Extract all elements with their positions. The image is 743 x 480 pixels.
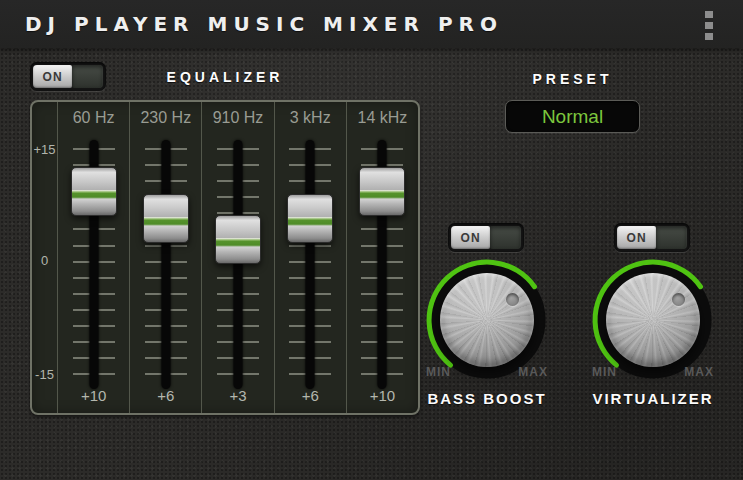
scale-label-bottom: -15 — [32, 367, 57, 382]
eq-slider[interactable] — [202, 138, 273, 392]
band-freq-label: 3 kHz — [275, 109, 346, 127]
knob-indicator-dot — [672, 293, 685, 306]
app-title: DJ PLAYER MUSIC MIXER PRO — [25, 0, 503, 48]
eq-slider-thumb[interactable] — [143, 194, 189, 243]
eq-band-60hz: 60 Hz +10 — [57, 102, 129, 413]
equalizer-section-label: EQUALIZER — [30, 69, 420, 85]
bass-boost-knob[interactable]: MIN MAX — [422, 255, 552, 385]
eq-slider[interactable] — [130, 138, 201, 392]
band-gain-label: +3 — [202, 387, 273, 404]
preset-dropdown[interactable]: Normal — [505, 100, 640, 133]
scale-label-mid: 0 — [32, 253, 57, 268]
eq-slider[interactable] — [275, 138, 346, 392]
app-screen: DJ PLAYER MUSIC MIXER PRO ON EQUALIZER P… — [0, 0, 743, 480]
band-freq-label: 14 kHz — [347, 109, 418, 127]
min-label: MIN — [592, 365, 617, 379]
equalizer-panel: +15 0 -15 60 Hz +10 230 Hz +6 910 Hz — [30, 100, 420, 415]
overflow-menu-icon[interactable] — [700, 9, 718, 41]
band-gain-label: +6 — [130, 387, 201, 404]
eq-scale-column: +15 0 -15 — [32, 102, 57, 413]
band-gain-label: +10 — [58, 387, 129, 404]
knob-indicator-dot — [506, 293, 519, 306]
bass-boost-dial[interactable] — [440, 273, 534, 367]
eq-slider-thumb[interactable] — [287, 194, 333, 243]
eq-slider-thumb[interactable] — [359, 167, 405, 216]
max-label: MAX — [684, 365, 714, 379]
preset-section-label: PRESET — [505, 71, 640, 87]
virtualizer-on-toggle[interactable]: ON — [614, 223, 690, 252]
virtualizer-label: VIRTUALIZER — [568, 390, 738, 407]
eq-band-230hz: 230 Hz +6 — [129, 102, 201, 413]
toggle-track — [656, 226, 687, 249]
eq-slider-thumb[interactable] — [215, 215, 261, 264]
toggle-track — [490, 226, 521, 249]
bass-boost-label: BASS BOOST — [402, 390, 572, 407]
toggle-on-label: ON — [617, 226, 656, 249]
eq-slider[interactable] — [58, 138, 129, 392]
slider-track — [161, 140, 170, 389]
bass-boost-on-toggle[interactable]: ON — [448, 223, 524, 252]
toggle-on-label: ON — [451, 226, 490, 249]
min-label: MIN — [426, 365, 451, 379]
slider-track — [306, 140, 315, 389]
eq-slider[interactable] — [347, 138, 418, 392]
app-header: DJ PLAYER MUSIC MIXER PRO — [0, 0, 743, 48]
band-gain-label: +6 — [275, 387, 346, 404]
eq-band-910hz: 910 Hz +3 — [201, 102, 273, 413]
band-freq-label: 910 Hz — [202, 109, 273, 127]
scale-label-top: +15 — [32, 142, 57, 157]
eq-band-3khz: 3 kHz +6 — [274, 102, 346, 413]
band-freq-label: 60 Hz — [58, 109, 129, 127]
virtualizer-dial[interactable] — [606, 273, 700, 367]
slider-track — [234, 140, 243, 389]
max-label: MAX — [518, 365, 548, 379]
virtualizer-knob[interactable]: MIN MAX — [588, 255, 718, 385]
eq-band-14khz: 14 kHz +10 — [346, 102, 418, 413]
eq-slider-thumb[interactable] — [71, 167, 117, 216]
band-freq-label: 230 Hz — [130, 109, 201, 127]
